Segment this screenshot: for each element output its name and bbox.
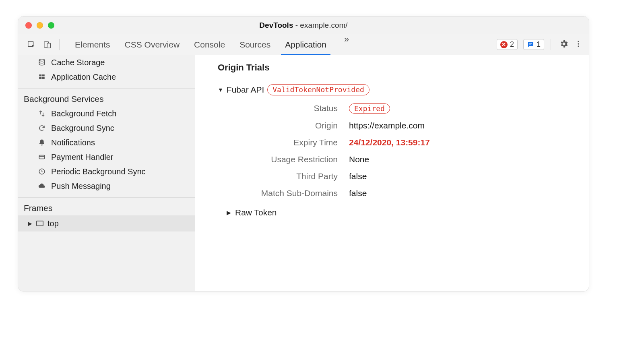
panel-heading: Origin Trials: [218, 62, 579, 73]
error-icon: ✕: [500, 41, 508, 48]
expand-triangle-icon[interactable]: ▶: [28, 220, 32, 227]
sidebar-section-frames: Frames: [18, 201, 195, 215]
svg-rect-4: [529, 44, 531, 45]
label-third-party: Third Party: [233, 172, 338, 181]
svg-rect-2: [47, 43, 50, 48]
kebab-menu-icon[interactable]: [574, 39, 582, 50]
tab-application[interactable]: Application: [285, 34, 326, 55]
sidebar-item-label: Background Sync: [51, 124, 114, 133]
application-sidebar: Cache Storage Application Cache Backgrou…: [18, 55, 195, 291]
errors-chip[interactable]: ✕ 2: [497, 39, 518, 50]
svg-rect-9: [39, 74, 41, 76]
toolbar-separator: [59, 39, 60, 50]
label-status: Status: [233, 103, 338, 114]
label-usage-restriction: Usage Restriction: [233, 155, 338, 164]
value-expiry: 24/12/2020, 13:59:17: [349, 138, 579, 147]
sidebar-item-label: Background Fetch: [51, 109, 116, 118]
tab-console[interactable]: Console: [194, 34, 225, 55]
svg-point-6: [578, 43, 579, 44]
sidebar-item-background-fetch[interactable]: Background Fetch: [18, 106, 195, 121]
label-origin: Origin: [233, 121, 338, 130]
settings-icon[interactable]: [559, 39, 569, 50]
value-usage-restriction: None: [349, 155, 579, 164]
sidebar-item-background-sync[interactable]: Background Sync: [18, 121, 195, 135]
sync-icon: [37, 124, 46, 132]
sidebar-item-label: Push Messaging: [51, 182, 111, 191]
raw-token-row[interactable]: ▶ Raw Token: [227, 208, 579, 217]
svg-point-8: [39, 59, 44, 61]
sidebar-separator: [18, 197, 195, 198]
titlebar: DevTools - example.com/: [18, 17, 589, 34]
label-expiry: Expiry Time: [233, 138, 338, 147]
svg-point-5: [578, 41, 579, 42]
status-expired-badge: Expired: [349, 103, 390, 114]
sidebar-item-notifications[interactable]: Notifications: [18, 135, 195, 150]
frame-top-row[interactable]: ▶ top: [18, 215, 195, 231]
bell-icon: [37, 139, 46, 146]
svg-point-7: [578, 45, 579, 47]
label-match-subdomains: Match Sub-Domains: [233, 188, 338, 198]
value-third-party: false: [349, 172, 579, 181]
fetch-arrows-icon: [37, 110, 46, 117]
sidebar-item-application-cache[interactable]: Application Cache: [18, 70, 195, 84]
frame-label: top: [47, 219, 59, 228]
frame-icon: [36, 221, 43, 226]
token-status-badge: ValidTokenNotProvided: [267, 84, 369, 95]
origin-trials-panel: Origin Trials ▼ Fubar API ValidTokenNotP…: [195, 55, 589, 291]
devtools-window: DevTools - example.com/ Elements CSS Ove…: [18, 16, 589, 291]
tab-elements[interactable]: Elements: [75, 34, 110, 55]
window-title-app: DevTools: [259, 21, 293, 29]
svg-rect-13: [39, 155, 45, 159]
message-icon: [527, 41, 534, 48]
expand-triangle-icon[interactable]: ▶: [227, 209, 231, 216]
toolbar-separator: [551, 39, 551, 50]
origin-trial-entry[interactable]: ▼ Fubar API ValidTokenNotProvided: [218, 84, 579, 95]
origin-trial-name: Fubar API: [227, 85, 264, 95]
credit-card-icon: [37, 153, 46, 161]
tab-sources[interactable]: Sources: [239, 34, 270, 55]
sidebar-item-label: Payment Handler: [51, 153, 114, 162]
errors-count: 2: [510, 40, 514, 49]
window-title-url: - example.com/: [293, 21, 347, 29]
value-origin: https://example.com: [349, 121, 579, 130]
origin-trial-details: Status Expired Origin https://example.co…: [233, 103, 579, 198]
collapse-triangle-icon[interactable]: ▼: [218, 87, 223, 93]
raw-token-label: Raw Token: [235, 208, 277, 217]
sidebar-item-label: Periodic Background Sync: [51, 167, 146, 176]
sidebar-item-label: Notifications: [51, 138, 95, 147]
grid-icon: [37, 73, 46, 81]
svg-rect-12: [42, 77, 45, 79]
svg-rect-3: [529, 43, 532, 44]
inspect-element-icon[interactable]: [26, 39, 37, 50]
sidebar-item-payment-handler[interactable]: Payment Handler: [18, 150, 195, 164]
window-title: DevTools - example.com/: [18, 21, 589, 30]
sidebar-separator: [18, 88, 195, 89]
messages-chip[interactable]: 1: [523, 39, 544, 50]
device-toggle-icon[interactable]: [42, 39, 53, 50]
tab-strip: Elements CSS Overview Console Sources Ap…: [66, 34, 352, 55]
sidebar-item-label: Cache Storage: [51, 58, 105, 67]
messages-count: 1: [537, 40, 541, 49]
more-tabs-icon[interactable]: »: [341, 34, 352, 55]
cloud-icon: [37, 182, 46, 190]
database-icon: [37, 58, 46, 66]
sidebar-item-push-messaging[interactable]: Push Messaging: [18, 179, 195, 193]
svg-rect-11: [39, 77, 41, 79]
sidebar-item-periodic-background-sync[interactable]: Periodic Background Sync: [18, 164, 195, 179]
window-controls: [25, 22, 54, 29]
devtools-toolbar: Elements CSS Overview Console Sources Ap…: [18, 34, 589, 55]
minimize-window-button[interactable]: [37, 22, 43, 29]
tab-css-overview[interactable]: CSS Overview: [125, 34, 180, 55]
zoom-window-button[interactable]: [48, 22, 54, 29]
sidebar-item-label: Application Cache: [51, 72, 116, 82]
value-match-subdomains: false: [349, 188, 579, 198]
sidebar-section-background-services: Background Services: [18, 92, 195, 106]
close-window-button[interactable]: [25, 22, 32, 29]
value-status: Expired: [349, 103, 579, 114]
clock-icon: [37, 168, 46, 175]
sidebar-item-cache-storage[interactable]: Cache Storage: [18, 55, 195, 70]
svg-rect-10: [42, 74, 45, 76]
